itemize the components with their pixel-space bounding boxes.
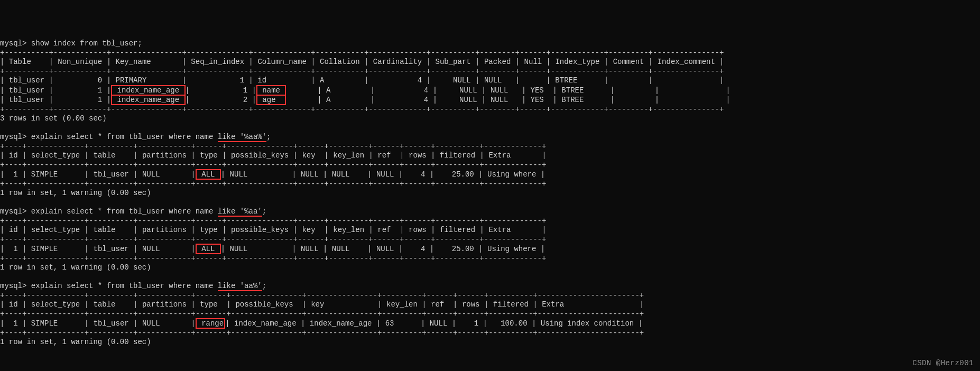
prompt: mysql> xyxy=(0,133,26,141)
cell: 0 xyxy=(98,76,102,85)
cell: 1 xyxy=(474,319,478,328)
result-summary: 1 row in set, 1 warning (0.00 sec) xyxy=(0,263,151,272)
cell: 4 xyxy=(424,96,428,104)
terminal-output: mysql> show index from tbl_user; +------… xyxy=(0,37,980,347)
cell: NULL xyxy=(453,76,471,85)
prompt: mysql> xyxy=(0,282,26,290)
cell: 63 xyxy=(385,319,394,328)
col-header: filtered xyxy=(440,226,475,234)
cell: Using where xyxy=(487,170,536,179)
cell: SIMPLE xyxy=(31,245,58,253)
cell: NULL xyxy=(301,245,319,253)
col-header: id xyxy=(9,226,18,234)
cell: Using where xyxy=(487,245,536,253)
col-header: Index_type xyxy=(555,58,599,66)
cell: NULL xyxy=(332,170,350,179)
col-header: partitions xyxy=(142,151,187,160)
col-header: possible_keys xyxy=(231,226,289,234)
col-header: Extra xyxy=(488,226,511,234)
cell: NULL xyxy=(230,170,248,179)
highlight-keyname: index_name_age xyxy=(111,85,185,96)
col-header: Extra xyxy=(542,300,564,309)
sql-command: show index from tbl_user; xyxy=(31,39,142,48)
col-header: Cardinality xyxy=(373,58,422,66)
col-header: key xyxy=(302,226,315,234)
cell: age xyxy=(262,96,275,104)
col-header: rows xyxy=(462,300,480,309)
cell: ALL xyxy=(201,170,215,179)
col-header: type xyxy=(200,300,218,309)
cell: index_name_age xyxy=(117,86,179,95)
cell: NULL xyxy=(430,319,448,328)
col-header: Non_unique xyxy=(58,58,102,66)
highlight-like: like '%aa%' xyxy=(218,133,266,142)
sql-command: ; xyxy=(262,207,266,216)
highlight-like: like '%aa' xyxy=(218,207,262,217)
cell: NULL xyxy=(142,319,160,328)
col-header: ref xyxy=(377,226,391,234)
col-header: filtered xyxy=(493,300,529,309)
cell: index_name_age xyxy=(234,319,297,328)
col-header: partitions xyxy=(142,300,187,309)
sql-command: ; xyxy=(262,282,266,290)
col-header: Seq_in_index xyxy=(191,58,244,66)
col-header: id xyxy=(9,151,18,160)
cell: 2 xyxy=(243,96,247,104)
cell: BTREE xyxy=(555,76,577,85)
cell: 4 xyxy=(418,76,422,85)
cell: 1 xyxy=(98,96,102,104)
cell: tbl_user xyxy=(93,245,128,253)
cell: ALL xyxy=(201,245,215,253)
cell: BTREE xyxy=(561,96,584,104)
cell: YES xyxy=(531,86,544,95)
col-header: possible_keys xyxy=(231,151,289,160)
cell: SIMPLE xyxy=(31,170,58,179)
cell: NULL xyxy=(376,170,394,179)
cell: tbl_user xyxy=(9,96,44,104)
col-header: key_len xyxy=(386,300,418,309)
cell: 25.00 xyxy=(452,245,474,253)
cell: NULL xyxy=(376,245,394,253)
col-header: Null xyxy=(524,58,542,66)
cell: NULL xyxy=(459,86,477,95)
col-header: key xyxy=(311,300,324,309)
col-header: partitions xyxy=(142,226,187,234)
col-header: key_len xyxy=(333,226,364,234)
highlight-type: range xyxy=(196,318,225,329)
sql-like-clause: like '%aa' xyxy=(218,207,262,216)
col-header: table xyxy=(93,226,115,234)
cell: 1 xyxy=(240,76,244,85)
cell: 4 xyxy=(421,170,425,179)
col-header: ref xyxy=(377,151,391,160)
highlight-column: name xyxy=(256,85,286,96)
prompt: mysql> xyxy=(0,39,26,48)
cell: NULL xyxy=(142,245,160,253)
result-summary: 1 row in set, 1 warning (0.00 sec) xyxy=(0,338,151,346)
col-header: id xyxy=(9,300,18,309)
col-header: Column_name xyxy=(257,58,306,66)
cell: index_name_age xyxy=(310,319,372,328)
cell: 1 xyxy=(98,86,102,95)
cell: BTREE xyxy=(561,86,584,95)
col-header: select_type xyxy=(31,151,80,160)
cell: index_name_age xyxy=(117,96,179,104)
cell: 25.00 xyxy=(452,170,474,179)
cell: 1 xyxy=(13,245,17,253)
cell: A xyxy=(326,86,330,95)
highlight-type: ALL xyxy=(196,244,221,254)
cell: NULL xyxy=(332,245,350,253)
cell: 4 xyxy=(421,245,425,253)
col-header: ref xyxy=(431,300,444,309)
cell: 100.00 xyxy=(501,319,527,328)
cell: tbl_user xyxy=(93,170,128,179)
cell: 1 xyxy=(13,170,17,179)
cell: SIMPLE xyxy=(31,319,58,328)
cell: 1 xyxy=(243,86,247,95)
col-header: Index_comment xyxy=(658,58,715,66)
col-header: Comment xyxy=(613,58,644,66)
col-header: table xyxy=(93,151,115,160)
highlight-column: age xyxy=(256,95,286,105)
col-header: Packed xyxy=(484,58,511,66)
highlight-keyname: index_name_age xyxy=(111,95,185,105)
cell: 1 xyxy=(13,319,17,328)
